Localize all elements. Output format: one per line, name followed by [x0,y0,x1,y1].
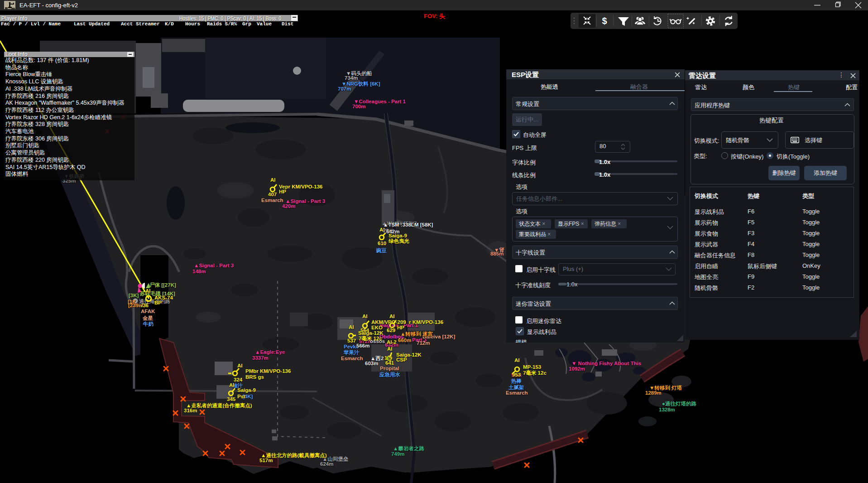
svg-text:$: $ [602,16,607,26]
